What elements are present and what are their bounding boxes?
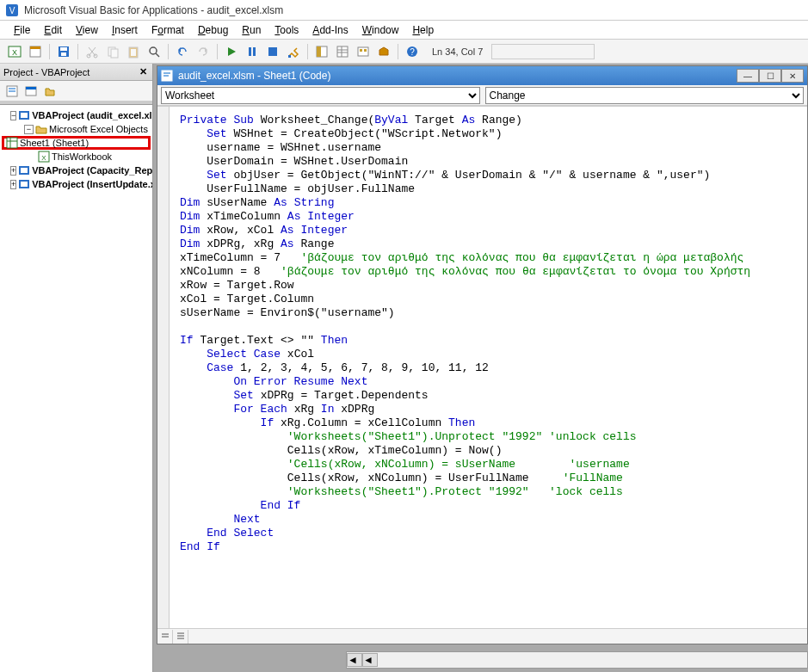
- menu-run[interactable]: Run: [235, 22, 268, 38]
- project-explorer-panel: Project - VBAProject ✕ − VBAProject (aud…: [0, 64, 153, 672]
- menu-file[interactable]: File: [7, 22, 37, 38]
- tree-project-insertupdate[interactable]: + VBAProject (InsertUpdate.xlsm): [2, 177, 151, 191]
- svg-rect-23: [337, 46, 348, 57]
- svg-rect-39: [7, 138, 17, 148]
- view-code-icon[interactable]: [3, 83, 21, 100]
- tree-wb-label: ThisWorkbook: [52, 150, 112, 163]
- menu-addins[interactable]: Add-Ins: [305, 22, 355, 38]
- break-icon[interactable]: [243, 42, 262, 61]
- svg-rect-22: [317, 46, 321, 57]
- full-module-view-icon[interactable]: [173, 630, 188, 644]
- svg-text:X: X: [41, 154, 46, 162]
- code-mdi-area: audit_excel.xlsm - Sheet1 (Code) — ☐ ✕ W…: [153, 64, 808, 672]
- svg-rect-28: [360, 49, 362, 52]
- code-window-icon: [161, 70, 173, 82]
- svg-text:?: ?: [410, 47, 415, 57]
- tree-folder-label: Microsoft Excel Objects: [49, 122, 148, 136]
- tree-thisworkbook[interactable]: X ThisWorkbook: [2, 150, 151, 163]
- workbook-icon: X: [38, 151, 50, 163]
- tree-sheet1[interactable]: Sheet1 (Sheet1): [2, 136, 151, 150]
- menu-tools[interactable]: Tools: [268, 22, 305, 38]
- menu-format[interactable]: Format: [145, 22, 191, 38]
- svg-rect-36: [26, 87, 36, 89]
- svg-rect-20: [288, 55, 291, 58]
- svg-rect-19: [268, 47, 277, 56]
- horizontal-scrollbar[interactable]: ◄ ◄: [346, 651, 808, 669]
- cut-icon[interactable]: [83, 42, 102, 61]
- copy-icon[interactable]: [103, 42, 122, 61]
- design-mode-icon[interactable]: [284, 42, 303, 61]
- folder-icon: [35, 123, 47, 135]
- vba-app-icon: V: [5, 3, 19, 17]
- procedure-dropdown[interactable]: Change: [485, 87, 805, 104]
- object-dropdown[interactable]: Worksheet: [161, 87, 480, 104]
- run-icon[interactable]: [222, 42, 241, 61]
- reset-icon[interactable]: [263, 42, 282, 61]
- app-titlebar: V Microsoft Visual Basic for Application…: [0, 0, 808, 21]
- project-panel-title: Project - VBAProject: [3, 67, 89, 77]
- scroll-left-icon[interactable]: ◄: [347, 653, 362, 667]
- help-icon[interactable]: ?: [403, 42, 422, 61]
- menu-view[interactable]: View: [69, 22, 105, 38]
- close-icon[interactable]: ✕: [781, 69, 804, 83]
- svg-rect-17: [249, 47, 251, 56]
- object-browser-icon[interactable]: [354, 42, 373, 61]
- project-panel-header: Project - VBAProject ✕: [0, 64, 152, 81]
- collapse-icon[interactable]: −: [10, 111, 16, 120]
- svg-rect-47: [21, 182, 28, 187]
- project-explorer-icon[interactable]: [312, 42, 331, 61]
- scroll-left-icon-2[interactable]: ◄: [362, 653, 378, 667]
- project-toolbar: [0, 81, 152, 102]
- worksheet-icon: [6, 137, 18, 149]
- svg-rect-45: [21, 168, 28, 173]
- tree-project-audit[interactable]: − VBAProject (audit_excel.xlsm): [2, 108, 151, 122]
- menu-window[interactable]: Window: [355, 22, 406, 38]
- view-excel-icon[interactable]: X: [5, 42, 24, 61]
- svg-line-16: [156, 53, 159, 57]
- menu-help[interactable]: Help: [405, 22, 441, 38]
- save-button[interactable]: [54, 42, 73, 61]
- main-toolbar: X ? Ln 34, Col 7: [0, 40, 808, 64]
- expand-icon[interactable]: +: [10, 166, 16, 176]
- menubar: File Edit View Insert Format Debug Run T…: [0, 21, 808, 40]
- find-icon[interactable]: [145, 42, 163, 61]
- code-margin: [157, 107, 170, 628]
- tree-folder-excel-objects[interactable]: − Microsoft Excel Objects: [2, 122, 151, 136]
- tree-project-label: VBAProject (InsertUpdate.xlsm): [32, 177, 152, 191]
- view-object-icon[interactable]: [22, 83, 40, 100]
- tree-project-label: VBAProject (Capacity_Report.xlsm): [32, 163, 152, 177]
- mdi-bottom: ◄ ◄: [157, 644, 808, 672]
- svg-text:X: X: [12, 48, 17, 57]
- project-tree[interactable]: − VBAProject (audit_excel.xlsm) − Micros…: [0, 105, 152, 672]
- redo-icon[interactable]: [194, 42, 213, 61]
- paste-icon[interactable]: [124, 42, 143, 61]
- maximize-icon[interactable]: ☐: [759, 69, 781, 83]
- project-icon: [18, 109, 30, 121]
- svg-point-15: [150, 47, 157, 54]
- toolbox-icon[interactable]: [374, 42, 393, 61]
- svg-text:V: V: [9, 6, 15, 15]
- insert-module-icon[interactable]: [26, 42, 45, 61]
- code-window-titlebar[interactable]: audit_excel.xlsm - Sheet1 (Code) — ☐ ✕: [157, 66, 807, 85]
- menu-edit[interactable]: Edit: [37, 22, 69, 38]
- toggle-folders-icon[interactable]: [41, 83, 59, 100]
- tree-project-capacity[interactable]: + VBAProject (Capacity_Report.xlsm): [2, 163, 151, 177]
- properties-icon[interactable]: [333, 42, 352, 61]
- toolbar-spacer: [491, 44, 595, 59]
- project-panel-close-icon[interactable]: ✕: [137, 66, 149, 78]
- svg-rect-8: [61, 52, 66, 56]
- code-editor[interactable]: Private Sub Worksheet_Change(ByVal Targe…: [170, 107, 807, 628]
- svg-rect-29: [364, 49, 367, 52]
- expand-icon[interactable]: +: [10, 180, 16, 189]
- undo-icon[interactable]: [173, 42, 192, 61]
- procedure-view-icon[interactable]: [157, 630, 173, 644]
- svg-rect-7: [60, 47, 67, 51]
- collapse-icon[interactable]: −: [24, 125, 34, 134]
- minimize-icon[interactable]: —: [737, 69, 759, 83]
- menu-debug[interactable]: Debug: [191, 22, 235, 38]
- project-icon: [18, 164, 30, 176]
- cursor-position: Ln 34, Col 7: [429, 46, 486, 57]
- tree-project-label: VBAProject (audit_excel.xlsm): [32, 108, 152, 122]
- svg-rect-12: [111, 49, 118, 58]
- menu-insert[interactable]: Insert: [105, 22, 145, 38]
